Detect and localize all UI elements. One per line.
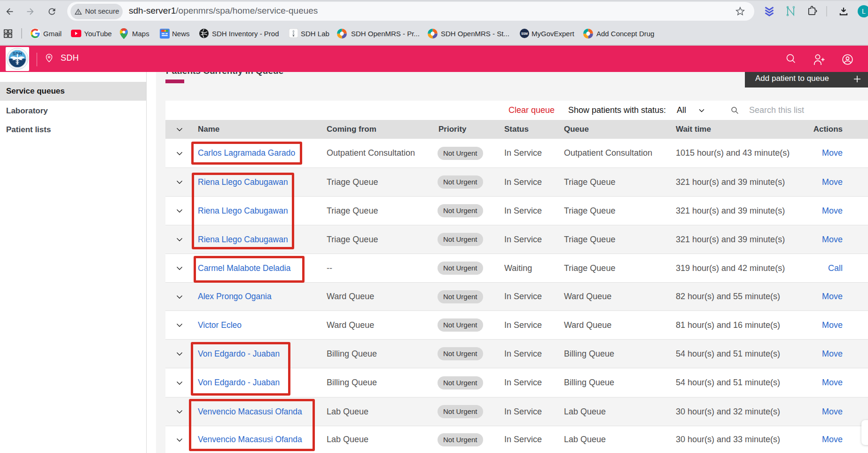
- svg-text:SSM: SSM: [521, 32, 528, 35]
